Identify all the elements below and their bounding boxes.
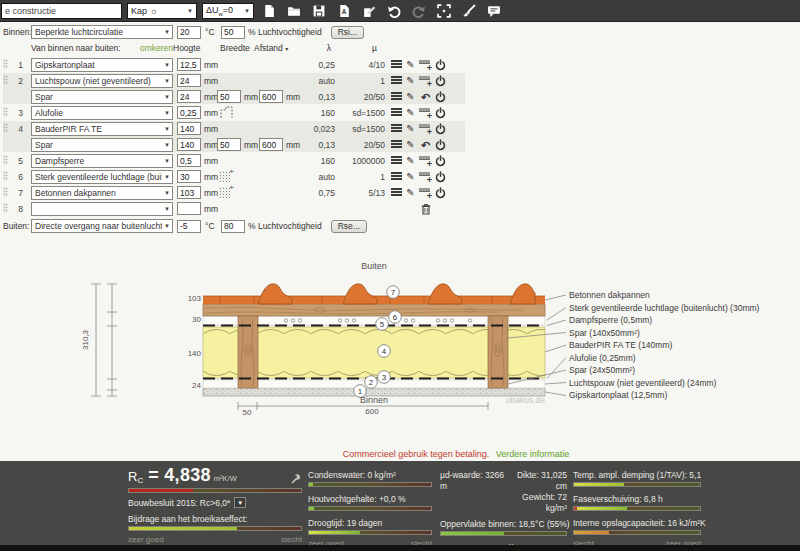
thickness-input[interactable] (177, 106, 201, 119)
buiten-temperature-input[interactable] (177, 220, 201, 233)
open-folder-icon[interactable] (287, 4, 301, 18)
thickness-input[interactable] (177, 154, 201, 167)
power-toggle-icon[interactable] (435, 59, 446, 71)
detach-undo-icon[interactable]: ↶ (419, 140, 432, 150)
edit-pencil-icon[interactable]: ✎ (405, 156, 416, 166)
power-toggle-icon[interactable] (435, 171, 446, 183)
edit-icon[interactable] (362, 4, 376, 18)
drag-handle[interactable] (3, 187, 8, 197)
power-toggle-icon[interactable] (435, 107, 446, 119)
edit-pencil-icon[interactable]: ✎ (405, 188, 416, 198)
redo-icon[interactable] (412, 4, 426, 18)
material-select[interactable]: Dampfsperre▼ (31, 154, 173, 168)
afstand-input[interactable] (259, 90, 283, 103)
du-correction-select[interactable]: ΔUw=0▼ (202, 3, 254, 19)
thickness-input[interactable] (177, 122, 201, 135)
construction-name-input[interactable] (1, 3, 122, 19)
thermal-stats-block: Temp. ampl. demping (1/TAV): 5,1 Fasever… (573, 470, 701, 548)
material-select[interactable]: BauderPIR FA TE▼ (31, 122, 173, 136)
export-pdf-icon[interactable]: A (337, 4, 351, 18)
layer-menu-icon[interactable] (391, 140, 402, 148)
omkeren-link[interactable]: omkeren (140, 43, 173, 53)
col-afstand[interactable]: Afstand ▾ (254, 43, 288, 53)
texture-pattern-icon[interactable] (219, 171, 230, 182)
material-select[interactable]: Betonnen dakpannen▼ (31, 186, 173, 200)
insert-layer-icon[interactable] (419, 75, 432, 87)
insert-layer-icon[interactable] (419, 187, 432, 199)
binnen-humidity-input[interactable] (221, 26, 245, 39)
insert-layer-icon[interactable] (419, 155, 432, 167)
drag-handle[interactable] (3, 171, 8, 181)
buiten-humidity-input[interactable] (221, 220, 245, 233)
power-toggle-icon[interactable] (435, 187, 446, 199)
thickness-input[interactable] (177, 202, 201, 215)
material-select[interactable]: Luchtspouw (niet geventileerd)▼ (31, 74, 173, 88)
insert-layer-icon[interactable] (419, 107, 432, 119)
material-select[interactable]: Alufolie▼ (31, 106, 173, 120)
power-toggle-icon[interactable] (435, 139, 446, 151)
edit-pencil-icon[interactable]: ✎ (405, 172, 416, 182)
power-toggle-icon[interactable] (435, 91, 446, 103)
material-select[interactable]: Sterk geventileerde luchtlage (buiten▼ (31, 170, 173, 184)
drag-handle[interactable] (3, 123, 8, 133)
layer-menu-icon[interactable] (391, 188, 402, 196)
thickness-input[interactable] (177, 186, 201, 199)
power-toggle-icon[interactable] (435, 123, 446, 135)
edit-pencil-icon[interactable]: ✎ (405, 108, 416, 118)
power-toggle-icon[interactable] (435, 75, 446, 87)
thickness-input[interactable] (177, 138, 201, 151)
bouwbesluit-dropdown[interactable]: ▼ (234, 497, 246, 508)
layer-menu-icon[interactable] (391, 60, 402, 68)
rse-button[interactable]: Rse... (331, 220, 367, 233)
save-icon[interactable] (312, 4, 326, 18)
drag-handle[interactable] (3, 203, 8, 213)
more-info-link[interactable]: Verdere informatie (496, 449, 570, 459)
comment-icon[interactable] (487, 4, 501, 18)
trash-icon[interactable] (421, 203, 431, 215)
power-toggle-icon[interactable] (435, 155, 446, 167)
edit-pencil-icon[interactable]: ✎ (405, 140, 416, 150)
breedte-input[interactable] (217, 90, 241, 103)
insert-layer-icon[interactable] (419, 171, 432, 183)
drag-handle[interactable] (3, 59, 8, 69)
material-select[interactable]: Gipskartonplaat▼ (31, 58, 173, 72)
construction-type-select[interactable]: Kap ☼▼ (127, 3, 197, 19)
new-file-icon[interactable] (262, 4, 276, 18)
layer-menu-icon[interactable] (391, 124, 402, 132)
construction-type-value: Kap ☼ (131, 6, 158, 16)
insert-layer-icon[interactable] (419, 123, 432, 135)
layer-menu-icon[interactable] (391, 172, 402, 180)
thickness-input[interactable] (177, 58, 201, 71)
drag-handle[interactable] (3, 155, 8, 165)
texture-pattern-icon[interactable] (219, 187, 230, 198)
breedte-input[interactable] (217, 138, 241, 151)
insert-layer-icon[interactable] (419, 59, 432, 71)
binnen-temperature-input[interactable] (177, 26, 201, 39)
profile-shape-icon[interactable] (220, 106, 234, 119)
edit-pencil-icon[interactable]: ✎ (405, 60, 416, 70)
edit-pencil-icon[interactable]: ✎ (405, 92, 416, 102)
fullscreen-icon[interactable] (437, 4, 451, 18)
layer-menu-icon[interactable] (391, 76, 402, 84)
thickness-input[interactable] (177, 90, 201, 103)
thickness-input[interactable] (177, 74, 201, 87)
edit-pencil-icon[interactable]: ✎ (405, 76, 416, 86)
material-select[interactable]: Spar▼ (31, 138, 173, 152)
thickness-input[interactable] (177, 170, 201, 183)
paint-brush-icon[interactable] (462, 4, 476, 18)
material-select[interactable]: Spar▼ (31, 90, 173, 104)
undo-icon[interactable] (387, 4, 401, 18)
layer-menu-icon[interactable] (391, 108, 402, 116)
detach-undo-icon[interactable]: ↶ (419, 92, 432, 102)
rsi-button[interactable]: Rsi... (331, 26, 364, 39)
material-select[interactable]: ▼ (31, 202, 173, 216)
binnen-climate-select[interactable]: Beperkte luchtcirculatie▼ (31, 25, 173, 39)
buiten-climate-select[interactable]: Directe overgang naar buitenlucht▼ (31, 219, 173, 233)
wrench-icon[interactable] (291, 473, 302, 484)
edit-pencil-icon[interactable]: ✎ (405, 124, 416, 134)
drag-handle[interactable] (3, 75, 8, 85)
layer-menu-icon[interactable] (391, 156, 402, 164)
afstand-input[interactable] (259, 138, 283, 151)
layer-menu-icon[interactable] (391, 92, 402, 100)
drag-handle[interactable] (3, 107, 8, 117)
